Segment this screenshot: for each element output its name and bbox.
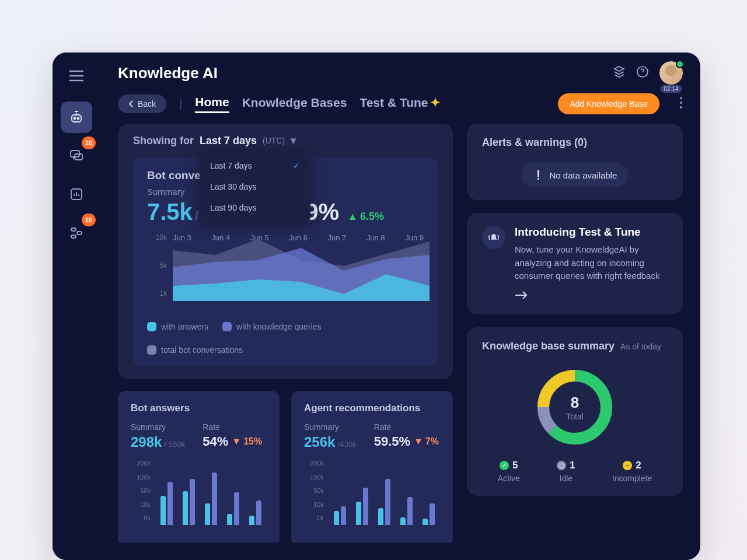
layers-icon[interactable]: [613, 65, 626, 80]
legend-swatch: [222, 322, 232, 331]
more-icon[interactable]: [679, 96, 683, 111]
showing-card: Showing for Last 7 days (UTC) ▾ Last 7 d…: [118, 124, 453, 379]
status-dot-icon: ✓: [500, 461, 509, 470]
chevron-left-icon: [128, 100, 134, 107]
nav-bot-icon[interactable]: [61, 102, 92, 133]
sparkle-icon: ✦: [430, 96, 441, 109]
svg-point-2: [78, 118, 79, 120]
avatar[interactable]: 02:14: [659, 61, 683, 85]
nav-flow-badge: 10: [82, 214, 96, 226]
legend-swatch: [147, 322, 156, 331]
dropdown-option[interactable]: Last 90 days: [200, 197, 310, 218]
tab-knowledge-bases[interactable]: Knowledge Bases: [242, 96, 347, 112]
col-left: Showing for Last 7 days (UTC) ▾ Last 7 d…: [118, 124, 453, 542]
delta-down: ▼7%: [414, 436, 439, 447]
no-data-pill: ❕No data available: [521, 163, 629, 187]
help-icon[interactable]: [636, 65, 649, 80]
main: Knowledge AI 02:14 Back | Home Knowledge…: [100, 52, 700, 560]
separator: |: [179, 97, 182, 111]
svg-rect-7: [77, 232, 82, 235]
app-title: Knowledge AI: [118, 64, 218, 82]
kb-summary-card: Knowledge base summaryAs of today 8Total: [467, 327, 683, 496]
delta-up: ▲6.5%: [347, 211, 384, 223]
sidebar: 10 10: [53, 52, 100, 560]
content: Showing for Last 7 days (UTC) ▾ Last 7 d…: [100, 124, 700, 560]
menu-icon[interactable]: [69, 70, 83, 84]
svg-rect-8: [71, 235, 76, 238]
chevron-down-icon: ▾: [291, 134, 296, 147]
kb-stats: ✓5Active ◌1Idle −2Incomplete: [482, 460, 668, 483]
nav-chat-icon[interactable]: 10: [61, 140, 92, 172]
svg-rect-0: [72, 115, 81, 122]
donut-chart: 8Total: [534, 366, 616, 448]
nav-analytics-icon[interactable]: [61, 178, 92, 210]
arrow-right-icon[interactable]: [515, 291, 528, 301]
svg-rect-6: [71, 228, 76, 231]
date-range-value: Last 7 days: [200, 135, 257, 147]
arrow-down-icon: ▼: [232, 436, 241, 447]
status-dot-icon: −: [623, 461, 632, 470]
svg-point-1: [74, 118, 76, 120]
back-button[interactable]: Back: [118, 94, 166, 113]
svg-point-10: [680, 97, 682, 99]
bar-chart: 200k100k50k10k0k: [304, 460, 440, 536]
arrow-up-icon: ▲: [347, 211, 358, 223]
nav-flow-icon[interactable]: 10: [61, 217, 92, 249]
presence-dot-icon: [676, 60, 684, 68]
arrow-down-icon: ▼: [414, 436, 423, 447]
area-chart: 10k5k1k Jun 3Jun 4Jun 5Jun 6Jun 7Jun 8Ju…: [147, 233, 424, 315]
app-frame: 10 10 Knowledge AI 02:14: [53, 52, 700, 560]
tab-home[interactable]: Home: [195, 95, 229, 113]
col-right: Alerts & warnings (0) ❕No data available…: [467, 124, 683, 542]
topbar: Knowledge AI 02:14: [100, 52, 700, 93]
summary-primary: 7.5k: [147, 199, 193, 225]
status-dot-icon: ◌: [557, 461, 566, 470]
legend: with answers with knowledge queries tota…: [147, 322, 424, 355]
nav-chat-badge: 10: [82, 136, 96, 149]
tabbar: Back | Home Knowledge Bases Test & Tune✦…: [100, 93, 700, 124]
check-icon: ✓: [293, 161, 300, 170]
bell-broadcast-icon: [482, 226, 505, 249]
delta-down: ▼15%: [232, 436, 262, 447]
svg-point-11: [680, 102, 682, 104]
date-range-selector[interactable]: Showing for Last 7 days (UTC) ▾: [133, 134, 438, 147]
svg-point-12: [680, 106, 682, 108]
bot-answers-card: Bot answers Summary298k / 550k Rate54%▼1…: [118, 391, 280, 542]
tab-test-tune[interactable]: Test & Tune✦: [359, 96, 441, 112]
alert-icon: ❕: [533, 170, 544, 180]
agent-recommendations-card: Agent recommendations Summary256k /430k …: [291, 391, 453, 542]
two-cards-row: Bot answers Summary298k / 550k Rate54%▼1…: [118, 391, 453, 542]
legend-swatch: [147, 345, 156, 355]
intro-card: Introducing Test & Tune Now, tune your K…: [467, 213, 683, 314]
avatar-time: 02:14: [660, 85, 682, 93]
add-knowledge-base-button[interactable]: Add Knowledge Base: [558, 93, 659, 114]
dropdown-option[interactable]: Last 7 days✓: [200, 155, 310, 176]
alerts-card: Alerts & warnings (0) ❕No data available: [467, 124, 683, 200]
date-range-dropdown: Last 7 days✓ Last 30 days Last 90 days: [200, 152, 310, 222]
bar-chart: 200k100k50k10k0k: [131, 460, 267, 536]
dropdown-option[interactable]: Last 30 days: [200, 176, 310, 197]
